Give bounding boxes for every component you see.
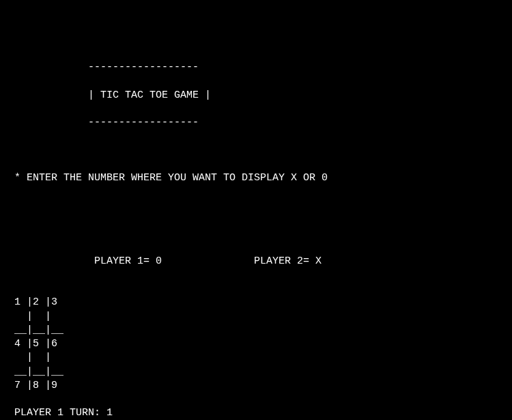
instruction: * ENTER THE NUMBER WHERE YOU WANT TO DIS… xyxy=(8,171,504,185)
title-border-bottom: ------------------ xyxy=(8,116,504,130)
blank xyxy=(8,393,504,406)
board-line: __|__|__ xyxy=(8,324,504,337)
boards-container: 1 |2 |3 | | __|__|__ 4 |5 |6 | | __|__|_… xyxy=(8,282,504,420)
blank xyxy=(8,282,504,296)
players-line: PLAYER 1= 0 PLAYER 2= X xyxy=(8,255,504,268)
board-line: 7 |8 |9 xyxy=(8,379,504,393)
title-border-top: ------------------ xyxy=(8,61,504,74)
board-line: __|__|__ xyxy=(8,365,504,379)
board-block: PLAYER 1 TURN: 1 0 |2 |3 | | __|__|__ 4 … xyxy=(8,393,504,420)
board-line: | | xyxy=(8,351,504,365)
blank xyxy=(8,144,504,158)
turn-label: PLAYER 1 TURN: 1 xyxy=(8,406,504,420)
board-line: | | xyxy=(8,310,504,324)
board-line: 4 |5 |6 xyxy=(8,337,504,351)
blank xyxy=(8,199,504,213)
title-line: | TIC TAC TOE GAME | xyxy=(8,89,504,102)
blank xyxy=(8,227,504,240)
board-line: 1 |2 |3 xyxy=(8,296,504,309)
board-block: 1 |2 |3 | | __|__|__ 4 |5 |6 | | __|__|_… xyxy=(8,282,504,393)
